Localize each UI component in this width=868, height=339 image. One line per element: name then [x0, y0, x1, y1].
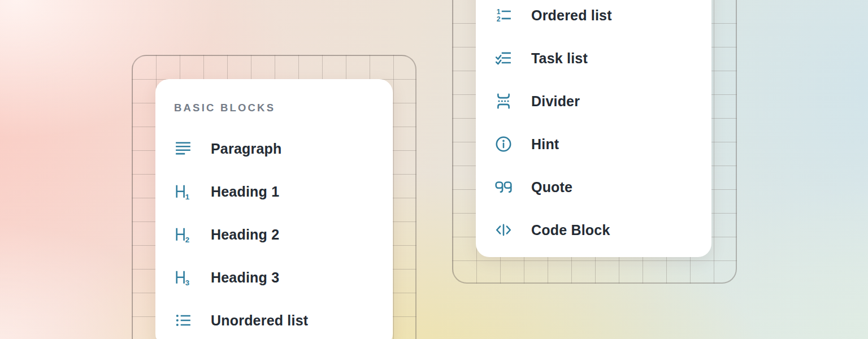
svg-text:3: 3	[185, 279, 189, 286]
menu-item-label: Paragraph	[211, 141, 281, 157]
svg-text:1: 1	[185, 193, 190, 200]
menu-item-label: Hint	[531, 136, 559, 153]
menu-item-ordered-list[interactable]: 1 2 Ordered list	[476, 0, 711, 37]
code-block-icon	[494, 221, 513, 239]
menu-item-unordered-list[interactable]: Unordered list	[155, 299, 393, 339]
blocks-list: 1 2 Ordered list Task list	[476, 0, 711, 251]
menu-item-label: Heading 3	[211, 270, 279, 286]
menu-item-paragraph[interactable]: Paragraph	[155, 127, 393, 170]
basic-blocks-list: Paragraph 1 Heading 1 2	[155, 127, 393, 339]
menu-item-label: Unordered list	[211, 312, 308, 329]
section-heading: BASIC BLOCKS	[174, 102, 275, 114]
blocks-menu-continued: 1 2 Ordered list Task list	[476, 0, 711, 257]
menu-item-quote[interactable]: Quote	[476, 166, 711, 208]
divider-icon	[494, 92, 513, 110]
menu-item-heading-2[interactable]: 2 Heading 2	[155, 213, 393, 256]
menu-item-label: Ordered list	[531, 7, 612, 24]
hero-background: BASIC BLOCKS Paragraph 1 Heading 1	[0, 0, 868, 339]
menu-item-label: Divider	[531, 93, 580, 110]
menu-item-label: Heading 2	[211, 227, 279, 243]
ordered-list-icon: 1 2	[494, 6, 513, 24]
quote-icon	[494, 178, 513, 196]
heading-1-icon: 1	[174, 182, 192, 201]
heading-3-icon: 3	[174, 268, 192, 286]
menu-item-label: Task list	[531, 50, 588, 67]
svg-text:2: 2	[497, 15, 501, 23]
menu-item-heading-3[interactable]: 3 Heading 3	[155, 256, 393, 299]
svg-text:2: 2	[185, 236, 189, 243]
task-list-icon	[494, 49, 513, 67]
menu-item-label: Heading 1	[211, 184, 279, 200]
paragraph-icon	[174, 140, 192, 158]
menu-item-hint[interactable]: Hint	[476, 123, 711, 166]
basic-blocks-menu: BASIC BLOCKS Paragraph 1 Heading 1	[155, 79, 393, 339]
menu-item-code-block[interactable]: Code Block	[476, 208, 711, 251]
unordered-list-icon	[174, 311, 192, 329]
hint-icon	[494, 135, 513, 153]
menu-item-label: Quote	[531, 179, 572, 195]
menu-item-heading-1[interactable]: 1 Heading 1	[155, 170, 393, 213]
menu-item-task-list[interactable]: Task list	[476, 37, 711, 80]
menu-item-label: Code Block	[531, 222, 610, 238]
heading-2-icon: 2	[174, 225, 192, 244]
menu-item-divider[interactable]: Divider	[476, 80, 711, 123]
